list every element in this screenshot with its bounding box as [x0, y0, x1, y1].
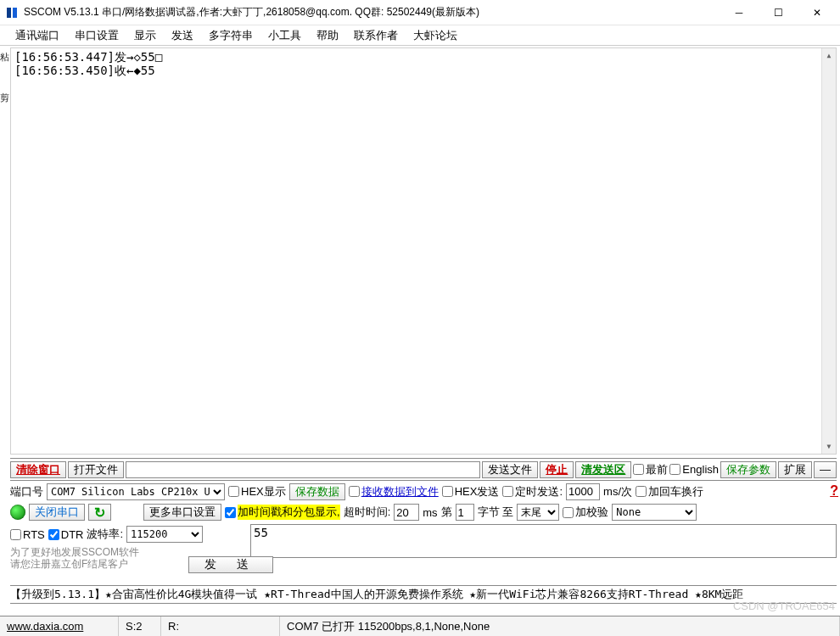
checksum-select[interactable]: None [612, 504, 697, 521]
baud-label: 波特率: [87, 527, 123, 542]
byte-to-select[interactable]: 末尾 [517, 504, 559, 521]
stop-button[interactable]: 停止 [540, 461, 574, 478]
more-port-settings-button[interactable]: 更多串口设置 [143, 504, 221, 521]
english-checkbox[interactable]: English [669, 463, 719, 476]
timestamp-checkbox[interactable]: 加时间戳和分包显示, [225, 505, 340, 520]
byte-from-label: 第 [441, 505, 452, 520]
interval-unit: ms/次 [603, 484, 632, 499]
statusbar: www.daxia.com S:2 R: COM7 已打开 115200bps,… [0, 616, 840, 636]
byte-from-input[interactable] [456, 504, 474, 521]
log-line: [16:56:53.447]发→◇55□ [14, 50, 832, 64]
watermark: CSDN @TROAE654 [733, 600, 835, 612]
close-button[interactable]: ✕ [798, 1, 837, 25]
port-select[interactable]: COM7 Silicon Labs CP210x U… [47, 483, 225, 500]
menu-tools[interactable]: 小工具 [261, 26, 308, 45]
menubar: 通讯端口 串口设置 显示 发送 多字符串 小工具 帮助 联系作者 大虾论坛 [0, 25, 840, 46]
titlebar: SSCOM V5.13.1 串口/网络数据调试器,作者:大虾丁丁,2618058… [0, 0, 840, 25]
byte-to-label: 字节 至 [478, 505, 514, 520]
menu-port[interactable]: 通讯端口 [8, 26, 66, 45]
menu-forum[interactable]: 大虾论坛 [406, 26, 464, 45]
left-edge-label-1: 粘 [0, 51, 10, 64]
log-line: [16:56:53.450]收←◆55 [14, 64, 832, 77]
toolbar-1: 清除窗口 打开文件 发送文件 停止 清发送区 最前 English 保存参数 扩… [10, 458, 837, 478]
timed-send-checkbox[interactable]: 定时发送: [502, 484, 563, 499]
timeout-unit: ms [423, 506, 437, 519]
recv-to-file-checkbox[interactable]: 接收数据到文件 [349, 484, 439, 499]
open-file-button[interactable]: 打开文件 [68, 461, 124, 478]
expand-button[interactable]: 扩展 [778, 461, 812, 478]
port-label: 端口号 [10, 484, 43, 499]
svg-rect-1 [13, 8, 17, 18]
promo-bar: 【升级到5.13.1】★合宙高性价比4G模块值得一试 ★RT-Thread中国人… [10, 585, 837, 604]
hex-send-checkbox[interactable]: HEX发送 [442, 484, 500, 499]
minimize-button[interactable]: ─ [720, 1, 759, 25]
close-port-button[interactable]: 关闭串口 [29, 504, 85, 521]
send-button[interactable]: 发 送 [188, 556, 273, 573]
menu-display[interactable]: 显示 [127, 26, 163, 45]
promo-line-1: 为了更好地发展SSCOM软件 [10, 546, 837, 558]
interval-input[interactable] [566, 483, 600, 500]
menu-send[interactable]: 发送 [165, 26, 200, 45]
menu-serial-settings[interactable]: 串口设置 [68, 26, 126, 45]
save-data-button[interactable]: 保存数据 [289, 483, 345, 500]
timeout-label: 超时时间: [344, 505, 391, 520]
status-url[interactable]: www.daxia.com [0, 616, 119, 636]
status-sent: S:2 [119, 616, 161, 636]
refresh-icon: ↻ [94, 505, 105, 521]
toolbar-3: 关闭串口 ↻ 更多串口设置 加时间戳和分包显示, 超时时间: ms 第 字节 至… [10, 502, 837, 522]
refresh-button[interactable]: ↻ [88, 504, 111, 521]
maximize-button[interactable]: ☐ [759, 1, 798, 25]
clear-window-button[interactable]: 清除窗口 [10, 461, 66, 478]
toolbar-2: 端口号 COM7 Silicon Labs CP210x U… HEX显示 保存… [10, 480, 837, 500]
crlf-checkbox[interactable]: 加回车换行 [636, 484, 703, 499]
baud-select[interactable]: 115200 [126, 526, 203, 543]
menu-help[interactable]: 帮助 [310, 26, 345, 45]
menu-multistring[interactable]: 多字符串 [202, 26, 260, 45]
topmost-checkbox[interactable]: 最前 [633, 462, 668, 477]
menu-contact[interactable]: 联系作者 [347, 26, 405, 45]
promo-text: 为了更好地发展SSCOM软件 请您注册嘉立创F结尾客户 [10, 546, 837, 580]
checksum-checkbox[interactable]: 加校验 [563, 505, 608, 520]
left-edge-label-2: 剪 [0, 92, 10, 104]
hex-show-checkbox[interactable]: HEX显示 [228, 484, 286, 499]
status-recv: R: [161, 616, 280, 636]
rts-checkbox[interactable]: RTS [10, 528, 45, 541]
clear-send-button[interactable]: 清发送区 [575, 461, 631, 478]
expand-separator: — [814, 461, 837, 478]
app-icon [3, 4, 20, 21]
dtr-checkbox[interactable]: DTR [48, 528, 84, 541]
port-status-led-icon [10, 505, 25, 520]
help-icon[interactable]: ? [830, 483, 838, 499]
send-file-button[interactable]: 发送文件 [482, 461, 538, 478]
promo-line-2: 请您注册嘉立创F结尾客户 [10, 558, 837, 570]
log-output[interactable]: [16:56:53.447]发→◇55□ [16:56:53.450]收←◆55 [10, 47, 837, 455]
log-scrollbar[interactable] [821, 48, 836, 454]
window-title: SSCOM V5.13.1 串口/网络数据调试器,作者:大虾丁丁,2618058… [24, 5, 720, 20]
svg-rect-0 [7, 8, 11, 18]
file-path-input[interactable] [126, 461, 480, 478]
status-com: COM7 已打开 115200bps,8,1,None,None [280, 616, 840, 636]
save-params-button[interactable]: 保存参数 [720, 461, 776, 478]
timeout-input[interactable] [394, 504, 419, 521]
